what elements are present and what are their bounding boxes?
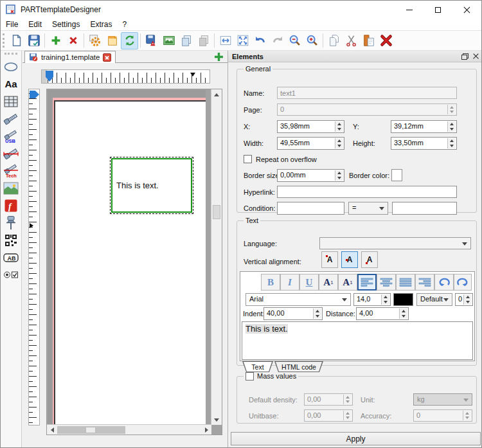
scroll-right-button[interactable] — [201, 425, 211, 435]
page-content-area[interactable] — [54, 100, 206, 425]
new-template-button[interactable] — [8, 32, 25, 49]
align-left-button[interactable] — [357, 274, 377, 291]
indent-input[interactable]: 40,00 — [263, 307, 323, 320]
valign-center-button[interactable]: A — [341, 251, 358, 268]
border-size-input[interactable]: 0,00mm — [277, 169, 344, 182]
x-spinner[interactable] — [335, 121, 343, 132]
add-element-button[interactable] — [47, 32, 64, 49]
unitbase-input[interactable]: 0,00 — [304, 409, 353, 422]
selected-text-element[interactable]: This is text. — [111, 158, 192, 213]
page-input[interactable]: 0 — [277, 103, 457, 116]
font-size-spinner[interactable] — [381, 294, 389, 305]
save-template-button[interactable] — [25, 32, 42, 49]
rotate-right-button[interactable] — [454, 274, 472, 291]
tech-tool[interactable]: Tech — [3, 163, 19, 179]
delete-element-button[interactable] — [64, 32, 82, 49]
toolbar-grip[interactable] — [3, 33, 5, 48]
minimize-button[interactable] — [395, 1, 424, 19]
horizontal-scroll-thumb[interactable] — [57, 426, 125, 434]
delete-all-button[interactable] — [377, 32, 395, 49]
table-tool[interactable] — [3, 93, 19, 110]
unit-select[interactable]: kg — [413, 393, 472, 406]
settings-button[interactable] — [86, 32, 103, 49]
float-panel-icon[interactable] — [461, 53, 469, 60]
tab-text[interactable]: Text — [242, 361, 273, 372]
name-input[interactable] — [277, 87, 457, 99]
toolbox-grip[interactable] — [4, 53, 17, 55]
ellipse-tool[interactable] — [3, 58, 19, 75]
label-tool[interactable]: AB — [3, 249, 19, 266]
export-pdf-button[interactable] — [143, 32, 160, 49]
unitbase-spinner[interactable] — [343, 411, 352, 420]
zoom-out-button[interactable] — [286, 32, 303, 49]
distance-input[interactable]: 4,00 — [356, 307, 409, 320]
density-spinner[interactable] — [343, 395, 352, 404]
cut-button[interactable] — [343, 32, 360, 49]
undo-button[interactable] — [251, 32, 269, 49]
condition-left-input[interactable] — [277, 202, 344, 215]
menu-settings[interactable]: Settings — [47, 20, 85, 29]
repeat-on-overflow-checkbox[interactable] — [244, 155, 252, 163]
italic-button[interactable]: I — [280, 274, 299, 291]
superscript-button[interactable]: A1 — [319, 274, 338, 291]
form-tool[interactable] — [3, 267, 19, 283]
fit-width-button[interactable] — [217, 32, 234, 49]
copy-button[interactable] — [325, 32, 343, 49]
vertical-scroll-thumb[interactable] — [213, 205, 220, 219]
menu-extras[interactable]: Extras — [85, 20, 117, 29]
underline-button[interactable]: U — [299, 274, 319, 291]
font-family-select[interactable]: Arial — [245, 293, 351, 306]
apply-button[interactable]: Apply — [231, 432, 481, 445]
mass-values-checkbox[interactable] — [245, 372, 254, 381]
text-tool[interactable]: Aa — [3, 76, 19, 93]
zoom-in-button[interactable] — [303, 32, 321, 49]
accuracy-input[interactable]: 0 — [413, 409, 472, 422]
edit-page-button[interactable] — [103, 32, 121, 49]
indent-spinner[interactable] — [313, 309, 321, 319]
close-panel-icon[interactable] — [473, 53, 479, 59]
scroll-up-button[interactable] — [211, 89, 222, 100]
font-color-swatch[interactable] — [393, 293, 413, 306]
menu-file[interactable]: File — [1, 20, 23, 29]
menu-help[interactable]: ? — [117, 20, 132, 29]
fit-page-button[interactable] — [234, 32, 251, 49]
width-spinner[interactable] — [335, 138, 343, 148]
default-density-input[interactable]: 0,00 — [304, 393, 353, 406]
condition-right-input[interactable] — [392, 202, 457, 215]
copy-page-inactive-button[interactable] — [195, 32, 212, 49]
x-input[interactable]: 35,98mm — [277, 120, 344, 133]
style-select[interactable]: Default — [416, 293, 452, 306]
width-input[interactable]: 49,55mm — [277, 137, 344, 150]
outline-spinner[interactable] — [463, 294, 472, 305]
pin-tool[interactable] — [3, 215, 19, 231]
screw-tool[interactable] — [3, 111, 19, 127]
image-tool[interactable] — [3, 180, 19, 197]
align-justify-button[interactable] — [396, 274, 415, 291]
vertical-scrollbar[interactable] — [211, 89, 222, 425]
language-select[interactable] — [319, 237, 471, 249]
height-input[interactable]: 33,50mm — [391, 137, 457, 150]
menu-edit[interactable]: Edit — [23, 20, 47, 29]
replace-button[interactable] — [360, 32, 377, 49]
flash-tool[interactable]: f — [3, 197, 19, 214]
tab-html-code[interactable]: HTML code — [274, 361, 323, 372]
bold-button[interactable]: B — [261, 274, 280, 291]
y-input[interactable]: 39,12mm — [391, 120, 457, 133]
valign-top-button[interactable]: A — [321, 251, 338, 268]
distance-spinner[interactable] — [399, 309, 407, 319]
align-center-button[interactable] — [377, 274, 396, 291]
horizontal-scrollbar[interactable] — [47, 424, 211, 435]
scroll-left-button[interactable] — [47, 425, 57, 435]
qrcode-tool[interactable] — [3, 232, 19, 249]
condition-operator-select[interactable]: = — [348, 202, 388, 215]
new-tab-button[interactable] — [214, 52, 224, 62]
hyperlink-input[interactable] — [277, 186, 457, 198]
y-spinner[interactable] — [447, 121, 456, 132]
refresh-preview-button[interactable] — [121, 32, 138, 49]
usb-tool[interactable]: USB — [3, 128, 19, 145]
align-right-button[interactable] — [415, 274, 434, 291]
accuracy-spinner[interactable] — [463, 411, 471, 420]
copy-page-button[interactable] — [177, 32, 195, 49]
dimension-tool[interactable] — [3, 145, 19, 162]
maximize-button[interactable] — [424, 1, 452, 19]
